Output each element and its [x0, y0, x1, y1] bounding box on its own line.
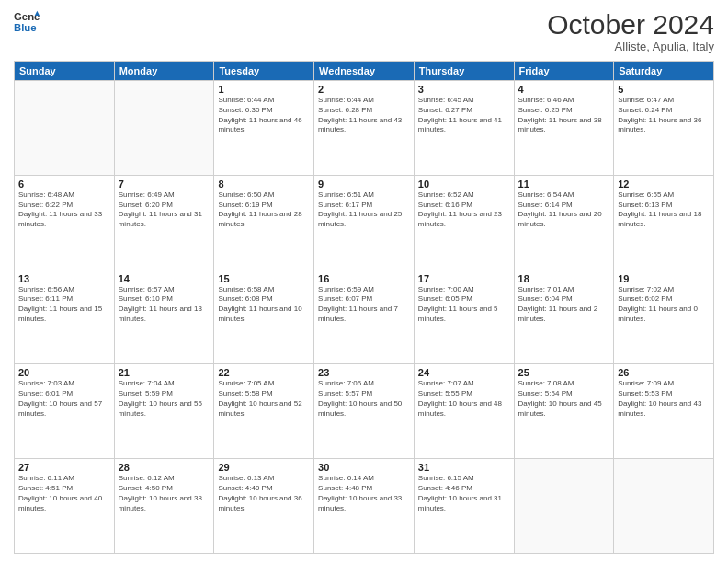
calendar-cell: 18Sunrise: 7:01 AMSunset: 6:04 PMDayligh… — [514, 270, 614, 364]
calendar-cell: 29Sunrise: 6:13 AMSunset: 4:49 PMDayligh… — [214, 459, 314, 554]
day-number: 6 — [18, 178, 110, 190]
day-number: 29 — [218, 462, 310, 473]
day-info: Sunrise: 6:15 AMSunset: 4:46 PMDaylight:… — [418, 474, 510, 513]
month-title: October 2024 — [547, 9, 714, 40]
day-info: Sunrise: 7:06 AMSunset: 5:57 PMDaylight:… — [318, 379, 410, 419]
day-info: Sunrise: 6:52 AMSunset: 6:16 PMDaylight:… — [418, 190, 510, 230]
day-info: Sunrise: 6:51 AMSunset: 6:17 PMDaylight:… — [318, 190, 410, 230]
day-info: Sunrise: 6:58 AMSunset: 6:08 PMDaylight:… — [218, 285, 310, 325]
day-info: Sunrise: 6:14 AMSunset: 4:48 PMDaylight:… — [318, 474, 410, 513]
day-info: Sunrise: 6:55 AMSunset: 6:13 PMDaylight:… — [618, 190, 710, 230]
day-number: 22 — [218, 367, 310, 378]
calendar-cell: 9Sunrise: 6:51 AMSunset: 6:17 PMDaylight… — [314, 175, 415, 270]
calendar-cell: 31Sunrise: 6:15 AMSunset: 4:46 PMDayligh… — [414, 459, 514, 554]
day-number: 25 — [518, 367, 610, 378]
day-number: 18 — [518, 273, 610, 284]
day-number: 19 — [618, 273, 710, 284]
day-number: 30 — [318, 462, 410, 473]
calendar-table: SundayMondayTuesdayWednesdayThursdayFrid… — [14, 61, 714, 554]
day-info: Sunrise: 6:56 AMSunset: 6:11 PMDaylight:… — [18, 285, 110, 325]
day-number: 11 — [518, 178, 610, 190]
calendar-cell — [15, 81, 115, 176]
day-number: 24 — [418, 367, 510, 378]
day-info: Sunrise: 6:11 AMSunset: 4:51 PMDaylight:… — [18, 474, 110, 513]
calendar-cell: 28Sunrise: 6:12 AMSunset: 4:50 PMDayligh… — [114, 459, 214, 554]
day-number: 7 — [119, 178, 210, 190]
calendar-cell: 21Sunrise: 7:04 AMSunset: 5:59 PMDayligh… — [114, 364, 214, 459]
calendar-cell: 22Sunrise: 7:05 AMSunset: 5:58 PMDayligh… — [214, 364, 314, 459]
calendar-cell: 16Sunrise: 6:59 AMSunset: 6:07 PMDayligh… — [314, 270, 415, 364]
weekday-header-wednesday: Wednesday — [314, 62, 415, 81]
calendar-cell: 7Sunrise: 6:49 AMSunset: 6:20 PMDaylight… — [114, 175, 214, 270]
calendar-cell — [114, 81, 214, 176]
day-info: Sunrise: 6:44 AMSunset: 6:30 PMDaylight:… — [218, 96, 310, 135]
header: General Blue October 2024 Alliste, Apuli… — [14, 9, 714, 53]
day-number: 16 — [318, 273, 410, 284]
calendar-cell: 11Sunrise: 6:54 AMSunset: 6:14 PMDayligh… — [514, 175, 614, 270]
svg-text:Blue: Blue — [14, 22, 37, 33]
calendar-cell: 19Sunrise: 7:02 AMSunset: 6:02 PMDayligh… — [614, 270, 714, 364]
day-number: 4 — [518, 84, 610, 95]
day-info: Sunrise: 7:00 AMSunset: 6:05 PMDaylight:… — [418, 285, 510, 325]
day-number: 21 — [119, 367, 210, 378]
calendar-cell: 12Sunrise: 6:55 AMSunset: 6:13 PMDayligh… — [614, 175, 714, 270]
day-number: 3 — [418, 84, 510, 95]
day-number: 20 — [18, 367, 110, 378]
calendar-cell: 15Sunrise: 6:58 AMSunset: 6:08 PMDayligh… — [214, 270, 314, 364]
day-info: Sunrise: 6:13 AMSunset: 4:49 PMDaylight:… — [218, 474, 310, 513]
calendar-cell: 30Sunrise: 6:14 AMSunset: 4:48 PMDayligh… — [314, 459, 415, 554]
day-number: 26 — [618, 367, 710, 378]
calendar-cell: 3Sunrise: 6:45 AMSunset: 6:27 PMDaylight… — [414, 81, 514, 176]
day-info: Sunrise: 6:44 AMSunset: 6:28 PMDaylight:… — [318, 96, 410, 135]
title-block: October 2024 Alliste, Apulia, Italy — [547, 9, 714, 53]
day-number: 5 — [618, 84, 710, 95]
logo: General Blue — [14, 9, 40, 35]
day-number: 27 — [18, 462, 110, 473]
calendar-cell: 23Sunrise: 7:06 AMSunset: 5:57 PMDayligh… — [314, 364, 415, 459]
svg-text:General: General — [14, 11, 40, 22]
weekday-header-sunday: Sunday — [15, 62, 115, 81]
day-info: Sunrise: 6:12 AMSunset: 4:50 PMDaylight:… — [119, 474, 210, 513]
calendar-cell: 13Sunrise: 6:56 AMSunset: 6:11 PMDayligh… — [15, 270, 115, 364]
calendar-cell: 8Sunrise: 6:50 AMSunset: 6:19 PMDaylight… — [214, 175, 314, 270]
day-info: Sunrise: 7:04 AMSunset: 5:59 PMDaylight:… — [119, 379, 210, 419]
day-number: 12 — [618, 178, 710, 190]
page: General Blue October 2024 Alliste, Apuli… — [0, 0, 728, 563]
calendar-cell — [614, 459, 714, 554]
day-number: 1 — [218, 84, 310, 95]
day-number: 23 — [318, 367, 410, 378]
day-number: 2 — [318, 84, 410, 95]
day-info: Sunrise: 6:46 AMSunset: 6:25 PMDaylight:… — [518, 96, 610, 135]
day-info: Sunrise: 7:09 AMSunset: 5:53 PMDaylight:… — [618, 379, 710, 419]
logo-icon: General Blue — [14, 9, 40, 35]
day-number: 15 — [218, 273, 310, 284]
calendar-cell: 24Sunrise: 7:07 AMSunset: 5:55 PMDayligh… — [414, 364, 514, 459]
weekday-header-monday: Monday — [114, 62, 214, 81]
calendar-cell: 14Sunrise: 6:57 AMSunset: 6:10 PMDayligh… — [114, 270, 214, 364]
weekday-header-saturday: Saturday — [614, 62, 714, 81]
day-info: Sunrise: 6:57 AMSunset: 6:10 PMDaylight:… — [119, 285, 210, 325]
weekday-header-friday: Friday — [514, 62, 614, 81]
day-info: Sunrise: 7:08 AMSunset: 5:54 PMDaylight:… — [518, 379, 610, 419]
location-subtitle: Alliste, Apulia, Italy — [547, 40, 714, 53]
calendar-cell: 2Sunrise: 6:44 AMSunset: 6:28 PMDaylight… — [314, 81, 415, 176]
day-info: Sunrise: 7:07 AMSunset: 5:55 PMDaylight:… — [418, 379, 510, 419]
calendar-cell: 25Sunrise: 7:08 AMSunset: 5:54 PMDayligh… — [514, 364, 614, 459]
calendar-cell: 5Sunrise: 6:47 AMSunset: 6:24 PMDaylight… — [614, 81, 714, 176]
day-number: 9 — [318, 178, 410, 190]
calendar-cell: 1Sunrise: 6:44 AMSunset: 6:30 PMDaylight… — [214, 81, 314, 176]
calendar-cell: 27Sunrise: 6:11 AMSunset: 4:51 PMDayligh… — [15, 459, 115, 554]
calendar-cell: 4Sunrise: 6:46 AMSunset: 6:25 PMDaylight… — [514, 81, 614, 176]
day-info: Sunrise: 7:02 AMSunset: 6:02 PMDaylight:… — [618, 285, 710, 325]
day-number: 8 — [218, 178, 310, 190]
day-info: Sunrise: 7:01 AMSunset: 6:04 PMDaylight:… — [518, 285, 610, 325]
day-info: Sunrise: 7:03 AMSunset: 6:01 PMDaylight:… — [18, 379, 110, 419]
calendar-cell: 10Sunrise: 6:52 AMSunset: 6:16 PMDayligh… — [414, 175, 514, 270]
day-number: 10 — [418, 178, 510, 190]
day-number: 28 — [119, 462, 210, 473]
calendar-cell — [514, 459, 614, 554]
day-number: 31 — [418, 462, 510, 473]
day-info: Sunrise: 6:45 AMSunset: 6:27 PMDaylight:… — [418, 96, 510, 135]
day-number: 14 — [119, 273, 210, 284]
calendar-cell: 26Sunrise: 7:09 AMSunset: 5:53 PMDayligh… — [614, 364, 714, 459]
